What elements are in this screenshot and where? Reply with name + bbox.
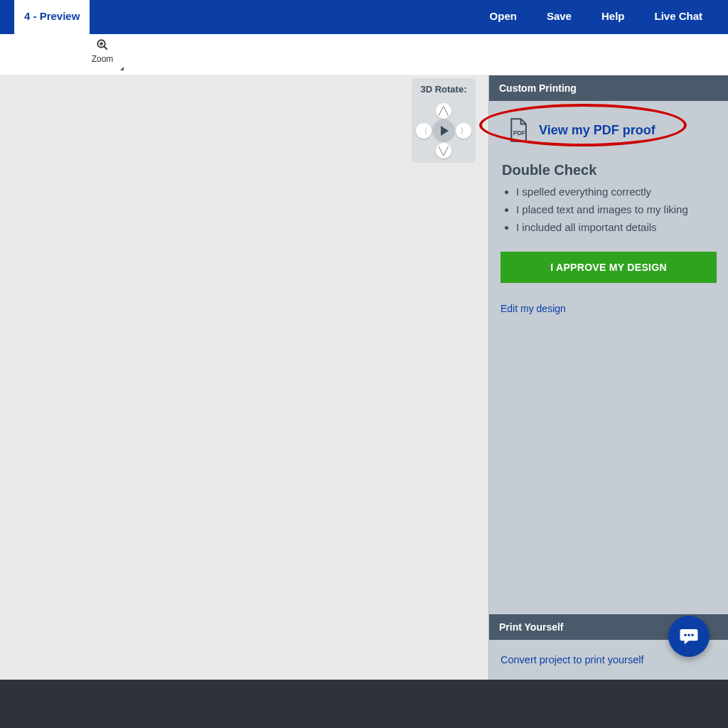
tab-gutter [0,0,14,34]
preview-tab[interactable]: 4 - Preview [14,0,90,34]
canvas-area[interactable]: 3D Rotate: ╱╲ ╲╱ 〈 〉 [0,75,489,680]
svg-text:PDF: PDF [513,129,526,136]
open-menu[interactable]: Open [490,10,517,22]
svg-point-5 [684,633,687,636]
check-item: I spelled everything correctly [516,186,717,198]
chat-icon [678,626,700,647]
rotate-left-button[interactable]: 〈 [416,123,432,139]
rotate-down-button[interactable]: ╲╱ [436,143,451,159]
top-menu: Open Save Help Live Chat [490,0,728,22]
zoom-label: Zoom [81,54,124,64]
view-pdf-proof-label: View my PDF proof [539,123,655,138]
view-pdf-proof-link[interactable]: PDF View my PDF proof [500,114,717,149]
custom-printing-panel: Custom Printing PDF View my PDF proof Do… [489,75,728,614]
dropdown-arrow-icon [120,67,124,70]
save-menu[interactable]: Save [547,10,572,22]
zoom-tool[interactable]: Zoom [81,34,124,75]
live-chat-menu[interactable]: Live Chat [654,10,702,22]
check-list: I spelled everything correctly I placed … [500,186,717,233]
toolbar: Zoom [0,34,728,75]
rotate-up-button[interactable]: ╱╲ [436,103,451,119]
approve-design-button[interactable]: I APPROVE MY DESIGN [500,252,717,283]
right-sidebar: Custom Printing PDF View my PDF proof Do… [489,75,728,680]
custom-printing-header: Custom Printing [489,75,728,101]
svg-point-7 [691,633,694,636]
check-item: I included all important details [516,221,717,233]
zoom-icon [96,38,109,51]
workspace: 3D Rotate: ╱╲ ╲╱ 〈 〉 Custom Printing PDF [0,75,728,680]
edit-design-link[interactable]: Edit my design [500,303,566,314]
help-menu[interactable]: Help [601,10,625,22]
rotate-dpad: ╱╲ ╲╱ 〈 〉 [419,106,469,156]
page-footer [0,680,728,728]
rotate-right-button[interactable]: 〉 [456,123,471,139]
pdf-icon: PDF [508,118,529,142]
rotate-panel: 3D Rotate: ╱╲ ╲╱ 〈 〉 [412,78,476,163]
double-check-title: Double Check [502,162,717,178]
custom-printing-body: PDF View my PDF proof Double Check I spe… [489,101,728,328]
svg-point-6 [687,633,690,636]
chat-widget-button[interactable] [668,616,710,657]
rotate-title: 3D Rotate: [414,84,473,95]
top-bar: 4 - Preview Open Save Help Live Chat [0,0,728,34]
check-item: I placed text and images to my liking [516,203,717,215]
svg-line-1 [104,46,107,50]
rotate-play-button[interactable] [432,119,455,142]
